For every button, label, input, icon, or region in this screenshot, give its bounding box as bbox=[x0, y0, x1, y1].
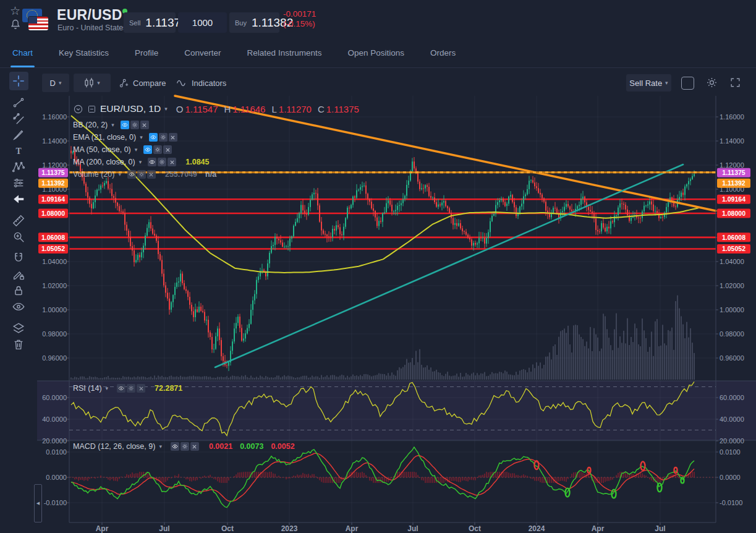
remove-x-icon[interactable] bbox=[137, 384, 145, 393]
svg-text:0.98000: 0.98000 bbox=[42, 330, 67, 338]
favorite-star-icon[interactable]: ☆ bbox=[10, 5, 20, 17]
svg-text:Oct: Oct bbox=[221, 524, 234, 533]
tab-open-positions[interactable]: Open Positions bbox=[347, 38, 404, 67]
macd-crossover-marker bbox=[658, 483, 662, 492]
indicator-row: MA (200, close, 0)▾1.0845 bbox=[73, 158, 210, 166]
visibility-eye-icon[interactable] bbox=[148, 158, 156, 166]
tool-trash-icon[interactable] bbox=[0, 336, 37, 352]
svg-text:Jul: Jul bbox=[655, 524, 665, 533]
indicator-caret-icon[interactable]: ▾ bbox=[135, 147, 138, 153]
svg-text:40.0000: 40.0000 bbox=[42, 416, 67, 423]
indicator-caret-icon[interactable]: ▾ bbox=[140, 134, 143, 140]
visibility-eye-icon[interactable] bbox=[127, 170, 136, 179]
rsi-label: RSI (14) bbox=[73, 384, 102, 393]
alert-bell-icon[interactable] bbox=[9, 19, 22, 33]
indicator-caret-icon[interactable]: ▾ bbox=[118, 171, 121, 177]
tab-related-instruments[interactable]: Related Instruments bbox=[247, 38, 322, 67]
svg-text:1.12000: 1.12000 bbox=[42, 161, 67, 169]
chevron-circle-icon[interactable] bbox=[73, 104, 83, 114]
tab-converter[interactable]: Converter bbox=[184, 38, 221, 67]
tab-profile[interactable]: Profile bbox=[135, 38, 158, 67]
svg-text:2024: 2024 bbox=[529, 524, 545, 533]
settings-gear-icon[interactable] bbox=[158, 158, 166, 166]
settings-gear-icon[interactable] bbox=[181, 442, 189, 451]
rsi-caret-icon[interactable]: ▾ bbox=[106, 385, 109, 391]
svg-text:Jul: Jul bbox=[407, 524, 418, 533]
buy-button[interactable]: Buy 1.11382 bbox=[229, 12, 279, 33]
svg-text:1.04000: 1.04000 bbox=[42, 258, 67, 265]
quantity-value: 1000 bbox=[192, 17, 213, 28]
indicator-row: EMA (21, close, 0)▾ bbox=[73, 133, 179, 142]
tab-chart[interactable]: Chart bbox=[12, 38, 33, 67]
indicator-row: BB (20, 2)▾ bbox=[73, 121, 150, 129]
tool-brush-icon[interactable] bbox=[0, 127, 37, 143]
symbol-caret-icon[interactable]: ▾ bbox=[164, 106, 168, 112]
tool-drawing-lock-icon[interactable] bbox=[0, 266, 37, 283]
tool-xabcd-pattern-icon[interactable] bbox=[0, 159, 37, 175]
tool-hide-drawings-eye-icon[interactable] bbox=[0, 299, 37, 315]
svg-text:Apr: Apr bbox=[592, 524, 605, 533]
settings-gear-icon[interactable] bbox=[130, 121, 139, 129]
buy-label: Buy bbox=[235, 19, 247, 27]
tool-trend-line-icon[interactable] bbox=[0, 95, 37, 111]
svg-text:1.00000: 1.00000 bbox=[720, 306, 744, 313]
settings-gear-icon[interactable] bbox=[153, 145, 162, 154]
quantity-input[interactable]: 1000 bbox=[178, 12, 227, 33]
svg-text:1.14000: 1.14000 bbox=[720, 137, 744, 145]
tab-orders[interactable]: Orders bbox=[430, 38, 456, 67]
indicator-label: EMA (21, close, 0) bbox=[73, 133, 136, 142]
remove-x-icon[interactable] bbox=[168, 158, 176, 166]
instrument-flags bbox=[22, 9, 51, 31]
svg-text:0.0000: 0.0000 bbox=[720, 474, 741, 481]
remove-x-icon[interactable] bbox=[140, 121, 149, 129]
visibility-eye-icon[interactable] bbox=[121, 121, 129, 129]
visibility-eye-icon[interactable] bbox=[117, 384, 125, 393]
svg-text:Apr: Apr bbox=[346, 524, 359, 533]
settings-gear-icon[interactable] bbox=[137, 170, 146, 179]
tool-lock-icon[interactable] bbox=[0, 283, 37, 299]
macd-label: MACD (12, 26, close, 9) bbox=[73, 442, 155, 451]
indicator-caret-icon[interactable]: ▾ bbox=[139, 159, 142, 165]
macd-crossover-marker bbox=[674, 467, 677, 473]
macd-crossover-marker bbox=[681, 477, 684, 483]
visibility-eye-icon[interactable] bbox=[149, 133, 158, 142]
pane-collapse-handle[interactable]: ◀ bbox=[34, 484, 42, 522]
macd-caret-icon[interactable]: ▾ bbox=[159, 443, 162, 450]
svg-text:-0.0100: -0.0100 bbox=[720, 499, 742, 506]
indicator-value: 1.0845 bbox=[185, 158, 209, 166]
svg-text:2023: 2023 bbox=[281, 524, 298, 533]
svg-text:40.0000: 40.0000 bbox=[720, 416, 744, 423]
settings-gear-icon[interactable] bbox=[127, 384, 135, 393]
tool-magnet-icon[interactable] bbox=[0, 250, 37, 266]
tool-text-icon[interactable]: T bbox=[0, 143, 37, 159]
tab-bar: ChartKey StatisticsProfileConverterRelat… bbox=[0, 38, 756, 68]
tool-zoom-in-icon[interactable] bbox=[0, 229, 37, 245]
remove-x-icon[interactable] bbox=[169, 133, 177, 142]
settings-gear-icon[interactable] bbox=[159, 133, 168, 142]
tool-arrow-left-icon[interactable] bbox=[0, 191, 37, 207]
sell-button[interactable]: Sell 1.11375 bbox=[124, 12, 176, 33]
tab-key-statistics[interactable]: Key Statistics bbox=[59, 38, 109, 67]
remove-x-icon[interactable] bbox=[163, 145, 172, 154]
legend-symbol-title: EUR/USD, 1D bbox=[100, 103, 161, 114]
indicator-row: MA (50, close, 0)▾ bbox=[73, 145, 173, 154]
visibility-eye-icon[interactable] bbox=[171, 442, 179, 451]
remove-x-icon[interactable] bbox=[190, 442, 199, 451]
svg-text:1.11375: 1.11375 bbox=[722, 169, 745, 176]
us-flag-icon bbox=[28, 17, 48, 30]
svg-text:Jul: Jul bbox=[159, 524, 169, 533]
collapse-square-icon[interactable] bbox=[87, 104, 96, 114]
svg-text:60.0000: 60.0000 bbox=[42, 394, 67, 401]
tool-long-position-icon[interactable] bbox=[0, 175, 37, 191]
tool-parallel-channel-icon[interactable] bbox=[0, 111, 37, 127]
indicator-label: BB (20, 2) bbox=[73, 121, 108, 129]
indicator-caret-icon[interactable]: ▾ bbox=[111, 122, 114, 128]
visibility-eye-icon[interactable] bbox=[143, 145, 152, 154]
svg-text:1.16000: 1.16000 bbox=[720, 113, 744, 121]
tool-layers-icon[interactable] bbox=[0, 320, 37, 336]
svg-text:1.04000: 1.04000 bbox=[720, 258, 744, 265]
tool-ruler-icon[interactable] bbox=[0, 213, 37, 229]
remove-x-icon[interactable] bbox=[147, 170, 156, 179]
svg-text:1.12000: 1.12000 bbox=[720, 161, 744, 169]
tool-crosshair-icon[interactable] bbox=[9, 72, 28, 90]
